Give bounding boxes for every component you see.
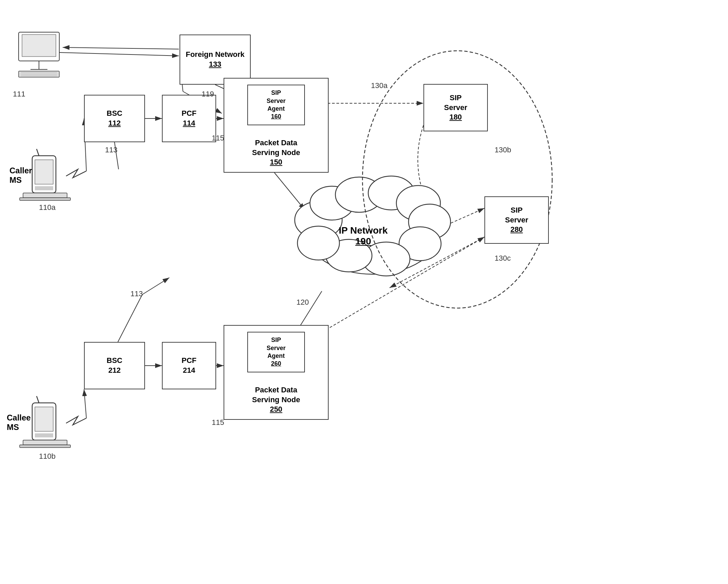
sip-agent-top-box: SIPServerAgent 160 [247,85,305,125]
ref-115-top: 115 [212,134,224,143]
bsc-top-ref: 112 [108,118,121,128]
callee-ms-label: CalleeMS [7,413,31,432]
svg-point-48 [368,176,414,210]
svg-line-27 [274,173,305,210]
svg-line-39 [84,389,86,418]
svg-rect-38 [20,445,70,448]
pdsn-top-ref: 150 [270,157,283,167]
sip-server-180-box: SIPServer 180 [423,84,488,131]
foreign-network-box: Foreign Network 133 [180,35,251,85]
svg-rect-3 [19,32,59,61]
bsc-bottom-label: BSC [107,356,122,366]
svg-line-31 [390,237,484,288]
ref-113-bottom: 113 [130,289,143,298]
ref-110a: 110a [39,203,56,212]
bsc-bottom-box: BSC 212 [84,342,145,389]
pcf-top-ref: 114 [183,118,195,128]
svg-rect-18 [35,160,53,184]
pdsn-top-box: SIPServerAgent 160 Packet DataServing No… [224,78,329,173]
svg-line-42 [118,295,142,342]
ref-113-top: 113 [105,146,118,154]
pcf-bottom-ref: 214 [183,366,195,375]
sip-agent-top-label: SIPServerAgent [267,89,286,113]
svg-point-54 [297,226,339,260]
svg-rect-34 [35,407,53,431]
svg-rect-21 [23,193,67,198]
ref-130b: 130b [495,146,511,154]
svg-point-46 [310,186,354,220]
ref-120: 120 [296,298,309,307]
sip-server-180-label: SIPServer [444,93,467,112]
foreign-network-label: Foreign Network [186,50,245,60]
svg-point-50 [409,204,451,239]
ref-130a: 130a [371,81,388,90]
svg-rect-17 [32,156,56,193]
svg-line-43 [142,278,169,295]
svg-rect-7 [19,71,59,77]
svg-point-47 [335,177,383,212]
ref-110b: 110b [39,452,56,461]
pcf-bottom-box: PCF 214 [162,342,216,389]
sip-agent-top-ref: 160 [271,113,281,121]
svg-point-52 [362,242,410,276]
svg-point-49 [396,186,440,221]
ref-111: 111 [13,90,25,99]
sip-server-280-label: SIPServer [505,206,528,225]
ref-115-bottom: 115 [212,418,224,427]
pdsn-bottom-ref: 250 [270,405,283,414]
sip-agent-bottom-label: SIPServerAgent [267,336,286,360]
sip-agent-bottom-ref: 260 [271,360,281,368]
ref-130c: 130c [495,254,511,263]
svg-line-15 [182,85,183,91]
svg-line-11 [59,52,179,56]
bsc-bottom-ref: 212 [108,366,121,375]
bsc-top-label: BSC [107,109,122,118]
pdsn-bottom-label: Packet DataServing Node [252,385,300,405]
pdsn-top-label: Packet DataServing Node [252,138,300,157]
foreign-network-ref: 133 [209,60,222,69]
ip-network-label: IP Network190 [339,225,388,247]
sip-server-280-ref: 280 [511,225,523,235]
svg-rect-37 [23,440,67,445]
svg-rect-35 [35,433,53,437]
svg-rect-4 [22,35,56,57]
svg-point-51 [399,227,441,261]
svg-line-20 [37,149,39,156]
pcf-bottom-label: PCF [182,356,196,366]
caller-ms-label: CallerMS [9,166,32,185]
bsc-top-box: BSC 112 [84,95,145,142]
sip-server-280-box: SIPServer 280 [484,196,549,244]
svg-line-36 [37,396,39,403]
svg-point-45 [295,201,342,239]
pdsn-bottom-box: SIPServerAgent 260 Packet DataServing No… [224,325,329,420]
svg-rect-19 [35,186,53,190]
svg-line-30 [439,208,484,229]
svg-line-12 [63,47,179,49]
sip-agent-bottom-box: SIPServerAgent 260 [247,332,305,372]
pcf-top-box: PCF 114 [162,95,216,142]
diagram-svg [0,0,728,584]
svg-rect-33 [32,403,56,440]
sip-server-180-ref: 180 [450,112,462,122]
svg-rect-22 [20,198,70,200]
pcf-top-label: PCF [182,109,196,118]
ref-119: 119 [202,90,214,99]
diagram-container: Foreign Network 133 BSC 112 PCF 114 SIPS… [0,0,728,584]
